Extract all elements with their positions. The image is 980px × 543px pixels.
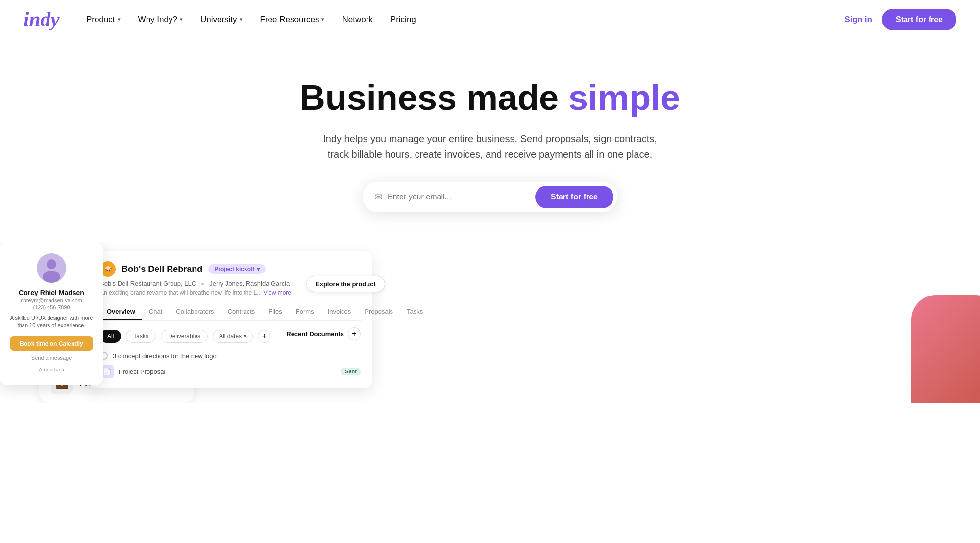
task-text: 3 concept directions for the new logo <box>113 352 217 360</box>
filter-all[interactable]: All <box>100 330 121 343</box>
doc-item: 📄 Project Proposal Sent <box>100 365 361 378</box>
add-doc-button[interactable]: + <box>348 327 361 340</box>
svg-text:indy: indy <box>24 8 60 30</box>
explore-product-button[interactable]: Explore the product <box>306 276 385 292</box>
project-tabs: Overview Chat Collaborators Contracts Fi… <box>100 304 361 321</box>
nav-actions: Sign in Start for free <box>844 9 956 30</box>
project-header: 🥪 Bob's Deli Rebrand Project kickoff ▾ <box>100 261 361 277</box>
tab-chat[interactable]: Chat <box>142 304 169 320</box>
workspace-section: WORKSPACE Do it all. In one place. 💼 Pro… <box>0 242 980 402</box>
send-message-link[interactable]: Send a message <box>10 355 93 361</box>
email-form: ✉ Start for free <box>363 182 617 212</box>
start-free-button[interactable]: Start for free <box>535 186 613 208</box>
task-item: 3 concept directions for the new logo <box>100 352 361 360</box>
email-input[interactable] <box>388 193 535 201</box>
logo[interactable]: indy <box>24 4 63 35</box>
nav-network[interactable]: Network <box>342 15 372 25</box>
project-card: 🥪 Bob's Deli Rebrand Project kickoff ▾ B… <box>88 251 372 388</box>
filter-tasks[interactable]: Tasks <box>126 330 156 343</box>
project-filters: All Tasks Deliverables All dates ▾ + Rec… <box>100 327 361 345</box>
tab-collaborators[interactable]: Collaborators <box>169 304 220 320</box>
date-filter[interactable]: All dates ▾ <box>213 330 253 343</box>
project-badge[interactable]: Project kickoff ▾ <box>208 264 266 274</box>
doc-name: Project Proposal <box>119 368 336 375</box>
profile-phone: (123) 456-7890 <box>10 304 93 310</box>
project-name: Bob's Deli Rebrand <box>122 264 202 274</box>
email-icon: ✉ <box>374 191 383 203</box>
tab-overview[interactable]: Overview <box>100 304 142 320</box>
profile-name: Corey Rhiel Madsen <box>10 289 93 296</box>
hero-subtitle: Indy helps you manage your entire busine… <box>318 131 662 162</box>
add-filter-button[interactable]: + <box>258 330 270 343</box>
tab-contracts[interactable]: Contracts <box>221 304 262 320</box>
svg-point-3 <box>43 271 60 283</box>
profile-bio: A skilled UI/UX designer with more than … <box>10 314 93 329</box>
chevron-down-icon: ▾ <box>321 16 324 23</box>
navbar: indy Product ▾ Why Indy? ▾ University ▾ … <box>0 0 980 39</box>
view-more-link[interactable]: View more <box>264 289 291 296</box>
nav-free-resources[interactable]: Free Resources ▾ <box>260 15 325 25</box>
tab-invoices[interactable]: Invoices <box>321 304 358 320</box>
svg-point-2 <box>47 259 56 269</box>
chevron-down-icon: ▾ <box>240 16 243 23</box>
nav-product[interactable]: Product ▾ <box>86 15 121 25</box>
filter-deliverables[interactable]: Deliverables <box>161 330 208 343</box>
nav-links: Product ▾ Why Indy? ▾ University ▾ Free … <box>86 15 844 25</box>
tab-tasks[interactable]: Tasks <box>400 304 430 320</box>
profile-card: Corey Rhiel Madsen coreym@madsen-va.com … <box>0 242 103 385</box>
chevron-down-icon: ▾ <box>180 16 183 23</box>
avatar <box>37 253 66 283</box>
nav-university[interactable]: University ▾ <box>200 15 243 25</box>
chevron-down-icon: ▾ <box>244 333 246 340</box>
decorative-blob <box>911 295 980 403</box>
start-free-nav-button[interactable]: Start for free <box>882 9 956 30</box>
add-task-label[interactable]: Add a task <box>39 367 64 372</box>
hero-section: Business made simple Indy helps you mana… <box>0 39 980 242</box>
book-calendly-button[interactable]: Book time on Calendly <box>10 336 93 351</box>
profile-email: coreym@madsen-va.com <box>10 297 93 303</box>
doc-status-badge: Sent <box>341 368 361 375</box>
tab-forms[interactable]: Forms <box>289 304 321 320</box>
tab-proposals[interactable]: Proposals <box>358 304 400 320</box>
recent-docs-title: Recent Documents <box>286 330 344 338</box>
chevron-down-icon: ▾ <box>118 16 121 23</box>
nav-pricing[interactable]: Pricing <box>391 15 416 25</box>
tab-files[interactable]: Files <box>262 304 289 320</box>
nav-why-indy[interactable]: Why Indy? ▾ <box>138 15 183 25</box>
chevron-down-icon: ▾ <box>257 266 260 272</box>
sign-in-button[interactable]: Sign in <box>844 15 872 25</box>
hero-title: Business made simple <box>10 78 970 117</box>
